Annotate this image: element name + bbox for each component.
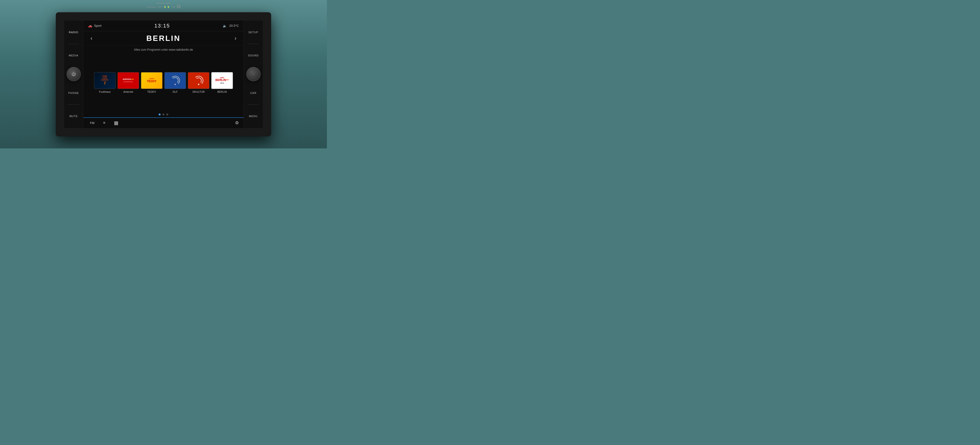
- preset-funkhaus[interactable]: FUNKHAUSEUROPA 7 Funkhaus: [94, 72, 116, 93]
- presets-row: FUNKHAUSEUROPA 7 Funkhaus antennerbbBRAN…: [94, 72, 233, 93]
- volume-icon: 🔈: [223, 24, 227, 28]
- infotainment-unit: RADIO MEDIA ⏻ PHONE MUTE 🚗 Sport: [56, 12, 271, 136]
- temperature: 20.5°C: [229, 24, 239, 27]
- radio-button[interactable]: RADIO: [68, 30, 80, 35]
- status-left: 🚗 Sport: [88, 24, 102, 28]
- screen-main: 🚗 Sport 13:15 🔈 20.5°C ‹ BERLIN ›: [83, 21, 243, 128]
- preset-name-dkultur: DKULTUR: [192, 90, 205, 93]
- pagination-dots: [83, 112, 243, 117]
- drive-mode-icon: 🚗: [88, 24, 92, 28]
- preset-name-teddy: TEDDY: [147, 90, 156, 93]
- preset-antenne[interactable]: antennerbbBRANDENBURG Antennb: [118, 72, 139, 93]
- list-view-button[interactable]: ≡: [101, 120, 107, 126]
- berlin-logo-text: radioBERLINrbb: [215, 77, 229, 82]
- dot-3[interactable]: [166, 114, 168, 116]
- dashboard: PASSENGER AIR BAG OFF 🔰 🔰 ON RADIO MEDIA…: [0, 0, 327, 149]
- phone-button[interactable]: PHONE: [67, 90, 80, 96]
- status-bar: 🚗 Sport 13:15 🔈 20.5°C: [83, 21, 243, 31]
- mute-button[interactable]: MUTE: [68, 114, 79, 119]
- volume-knob[interactable]: ●: [246, 67, 261, 81]
- menu-button[interactable]: MENU: [248, 114, 259, 119]
- preset-berlin-active[interactable]: radioBERLINrbb 88,8 BERLIN: [211, 72, 233, 93]
- power-button[interactable]: ⏻: [67, 67, 81, 81]
- preset-name-berlin: BERLIN: [217, 90, 227, 93]
- screen-container: RADIO MEDIA ⏻ PHONE MUTE 🚗 Sport: [64, 21, 263, 128]
- preset-logo-dkultur: [188, 72, 209, 89]
- presets-container: FUNKHAUSEUROPA 7 Funkhaus antennerbbBRAN…: [83, 54, 243, 112]
- preset-teddy[interactable]: RADIOTEDDY TEDDY: [141, 72, 162, 93]
- funkhaus-num: 7: [104, 81, 106, 86]
- right-divider-1: [248, 44, 259, 44]
- airbag-circle-icon: [177, 5, 180, 8]
- funkhaus-text: FUNKHAUSEUROPA: [101, 75, 108, 81]
- nav-bar: ‹ BERLIN ›: [83, 31, 243, 46]
- setup-button[interactable]: SETUP: [247, 30, 260, 35]
- dlf-waves-container: [168, 74, 182, 87]
- airbag-label: PASSENGER AIR BAG OFF 🔰 🔰 ON: [147, 2, 180, 8]
- fm-button[interactable]: FM: [88, 120, 97, 126]
- airbag-on-status: ON: [172, 6, 175, 8]
- berlin-logo-freq: 88,8: [220, 82, 224, 84]
- preset-logo-antenne: antennerbbBRANDENBURG: [118, 72, 139, 89]
- bottom-toolbar: FM ≡ ▦ ⚙: [83, 117, 243, 128]
- teddy-text: RADIOTEDDY: [147, 78, 157, 83]
- left-divider-1: [68, 44, 79, 44]
- preset-dkultur[interactable]: DKULTUR: [188, 72, 209, 93]
- dkultur-waves-container: [191, 74, 206, 87]
- drive-mode-text: Sport: [94, 24, 102, 27]
- preset-logo-dlf: [164, 72, 186, 89]
- power-icon: ⏻: [72, 72, 76, 77]
- station-description: Alles zum Programm unter www.radioberlin…: [83, 46, 243, 54]
- volume-knob-indicator: ●: [253, 73, 254, 75]
- right-controls-panel: SETUP SOUND ● CAR MENU: [243, 21, 263, 128]
- dot-1[interactable]: [159, 114, 161, 116]
- left-controls-panel: RADIO MEDIA ⏻ PHONE MUTE: [64, 21, 83, 128]
- media-button[interactable]: MEDIA: [68, 53, 80, 58]
- sound-button[interactable]: SOUND: [247, 53, 260, 58]
- preset-logo-teddy: RADIOTEDDY: [141, 72, 162, 89]
- airbag-off-status: OFF: [158, 6, 162, 8]
- next-station-button[interactable]: ›: [232, 34, 239, 43]
- car-button[interactable]: CAR: [249, 90, 258, 96]
- preset-dlf[interactable]: DLF: [164, 72, 186, 93]
- preset-name-antenne: Antennb: [124, 90, 133, 93]
- dot-2[interactable]: [162, 114, 164, 116]
- preset-logo-berlin: radioBERLINrbb 88,8: [211, 72, 233, 89]
- station-title: BERLIN: [146, 34, 180, 43]
- prev-station-button[interactable]: ‹: [88, 34, 95, 43]
- preset-logo-funkhaus: FUNKHAUSEUROPA 7: [94, 72, 116, 89]
- status-right: 🔈 20.5°C: [223, 24, 239, 28]
- grid-view-button[interactable]: ▦: [112, 119, 120, 127]
- preset-name-dlf: DLF: [173, 90, 178, 93]
- antenne-text: antennerbbBRANDENBURG: [123, 78, 134, 83]
- settings-button[interactable]: ⚙: [235, 120, 239, 125]
- preset-name-funkhaus: Funkhaus: [99, 90, 111, 93]
- clock: 13:15: [154, 23, 170, 29]
